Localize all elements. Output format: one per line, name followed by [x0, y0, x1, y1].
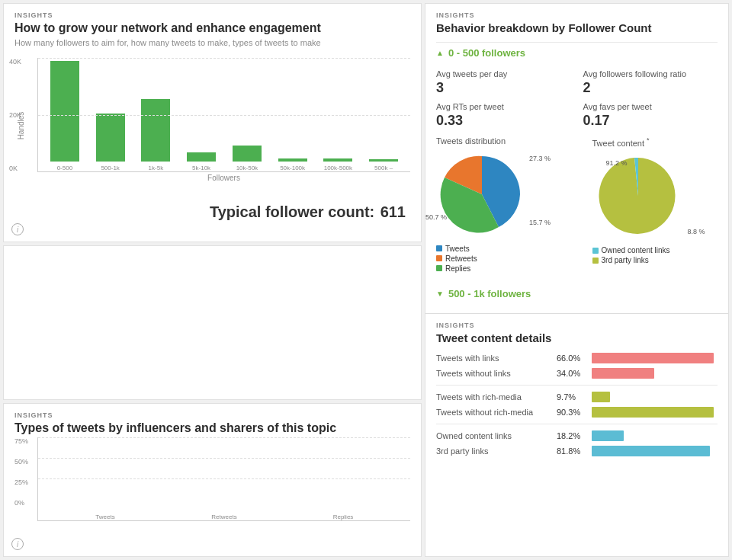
bottom-left-area: INSIGHTS Types of tweets by influencers … [0, 244, 423, 560]
panel-title-bottom: Types of tweets by influencers and share… [4, 421, 421, 438]
pct-3rdparty-links: 81.8% [557, 446, 586, 456]
bar-tweets-without-links [592, 368, 654, 379]
panel-title-tweet-content: Tweet content details [436, 331, 718, 354]
legend-dot-replies [436, 265, 442, 271]
legend-pie-2: Owned content links 3rd party links [592, 246, 718, 264]
pct-label-50: 50.7 % [425, 213, 447, 221]
legend-retweets: Retweets [436, 254, 562, 263]
legend-pie-1: Tweets Retweets Replies [436, 245, 562, 273]
bar-group-7: 500k – [363, 159, 404, 171]
stat-followers-ratio: Avg followers following ratio 2 [583, 69, 718, 96]
legend-dot-3rdparty [592, 258, 599, 264]
legend-dot-tweets [436, 245, 442, 251]
accordion-0-500[interactable]: ▲ 0 - 500 followers [436, 42, 718, 63]
accordion-label-500-1k: 500 - 1k followers [448, 288, 531, 299]
bar-500-1k [96, 114, 125, 162]
legend-dot-owned [592, 248, 599, 254]
bar-500k [369, 159, 398, 162]
stat-tweets-per-day: Avg tweets per day 3 [436, 69, 571, 96]
accordion-500-1k[interactable]: ▼ 500 - 1k followers [436, 282, 718, 306]
tweet-y-0: 0% [14, 499, 24, 507]
info-icon-top-left[interactable]: i [11, 223, 24, 235]
chevron-down-icon: ▼ [436, 290, 444, 298]
panel-title-top-left: How to grow your network and enhance eng… [4, 21, 421, 38]
bar-3rdparty-links [592, 446, 710, 456]
chevron-up-icon: ▲ [436, 49, 444, 57]
stat-value-followers-ratio: 2 [583, 80, 718, 96]
pie-title-content: Tweet content * [592, 136, 718, 148]
accordion-label-0-500: 0 - 500 followers [448, 47, 525, 59]
stat-label-followers-ratio: Avg followers following ratio [583, 69, 718, 78]
insights-label-right: INSIGHTS [436, 11, 718, 21]
stat-label-rts: Avg RTs per tweet [436, 102, 571, 111]
tweet-y-25: 25% [14, 478, 28, 486]
bar-group-1: 500-1k [90, 114, 131, 171]
y-label-40k: 40K [9, 58, 21, 66]
pct-label-91: 91.2 % [606, 159, 628, 167]
bar-label-1: 500-1k [101, 165, 119, 171]
typical-follower-value: 611 [380, 203, 406, 220]
insights-label-bottom: INSIGHTS [4, 404, 421, 421]
label-3rdparty-links: 3rd party links [436, 446, 551, 456]
bar-100k-500k [323, 158, 352, 162]
info-icon-bottom[interactable]: i [11, 538, 24, 550]
bar-label-0: 0-500 [57, 165, 72, 171]
bar-row-owned-links: Owned content links 18.2% [436, 430, 718, 441]
bar-tweets-rich-media [592, 392, 610, 402]
bar-chart-area: Handles 40K 20K 0K 0-500 5 [4, 52, 421, 200]
grow-network-panel: INSIGHTS How to grow your network and en… [3, 3, 422, 242]
pct-tweets-no-rich-media: 90.3% [557, 408, 586, 417]
legend-tweets: Tweets [436, 245, 562, 253]
tweet-bar-label-tweets: Tweets [95, 514, 114, 520]
bar-label-3: 5k-10k [192, 165, 210, 171]
tgridline-75 [38, 437, 410, 438]
pct-label-27: 27.3 % [529, 155, 551, 162]
pie-charts-row: Tweets distribution 27.3 % [436, 136, 718, 274]
divider-2 [436, 424, 718, 424]
bar-group-5: 50k-100k [272, 158, 313, 171]
stat-value-tweets-day: 3 [436, 80, 571, 96]
tgridline-25 [38, 478, 410, 479]
label-tweets-no-rich-media: Tweets without rich-media [436, 408, 551, 417]
tweet-content-details-section: INSIGHTS Tweet content details Tweets wi… [425, 314, 728, 469]
bar-group-4: 10k-50k [226, 146, 268, 171]
legend-label-tweets: Tweets [445, 245, 470, 253]
legend-replies: Replies [436, 264, 562, 273]
label-owned-links: Owned content links [436, 431, 551, 440]
pct-tweets-rich-media: 9.7% [557, 392, 586, 402]
bar-group-3: 5k-10k [181, 152, 222, 171]
main-grid: INSIGHTS How to grow your network and en… [0, 0, 732, 560]
x-axis-label: Followers [37, 174, 410, 182]
stat-favs-per-tweet: Avg favs per tweet 0.17 [583, 102, 718, 129]
bar-label-2: 1k-5k [149, 165, 164, 171]
stat-label-favs: Avg favs per tweet [583, 102, 718, 111]
stat-value-rts: 0.33 [436, 113, 571, 129]
pie-tweet-content: Tweet content * 91.2 % 8.8 % [592, 136, 718, 267]
bar-owned-links [592, 430, 624, 441]
pie-2-wrapper: 91.2 % 8.8 % [592, 150, 684, 242]
stat-label-tweets-day: Avg tweets per day [436, 69, 571, 78]
bar-chart: 40K 20K 0K 0-500 500-1k 1k-5k [37, 58, 410, 172]
bar-group-0: 0-500 [44, 61, 85, 171]
pie-tweets-distribution: Tweets distribution 27.3 % [436, 136, 562, 274]
pct-tweets-without-links: 34.0% [557, 369, 586, 378]
legend-owned: Owned content links [592, 246, 718, 254]
bar-10k-50k [233, 146, 262, 162]
tweet-bar-label-retweets: Retweets [211, 514, 236, 520]
legend-dot-retweets [436, 255, 442, 261]
label-tweets-with-links: Tweets with links [436, 354, 551, 363]
typical-follower-row: Typical follower count: 611 [4, 200, 421, 224]
bar-row-tweets-without-links: Tweets without links 34.0% [436, 368, 718, 379]
tweet-types-chart-area: 75% 50% 25% 0% Tweets Retweets [4, 437, 421, 544]
pie-title-distribution: Tweets distribution [436, 136, 562, 146]
tweet-bar-chart: Tweets Retweets Replies [37, 437, 410, 521]
y-label-20k: 20K [9, 111, 21, 119]
pie-chart-1 [436, 149, 528, 240]
bar-tweets-with-links [592, 353, 714, 363]
pie-1-wrapper: 27.3 % 15.7 % 50.7 % [436, 149, 528, 240]
behavior-breakdown-section: INSIGHTS Behavior breakdown by Follower … [425, 4, 728, 313]
bar-row-3rdparty-links: 3rd party links 81.8% [436, 446, 718, 456]
label-tweets-without-links: Tweets without links [436, 369, 551, 378]
bar-label-5: 50k-100k [280, 165, 305, 171]
pct-owned-links: 18.2% [557, 431, 586, 440]
